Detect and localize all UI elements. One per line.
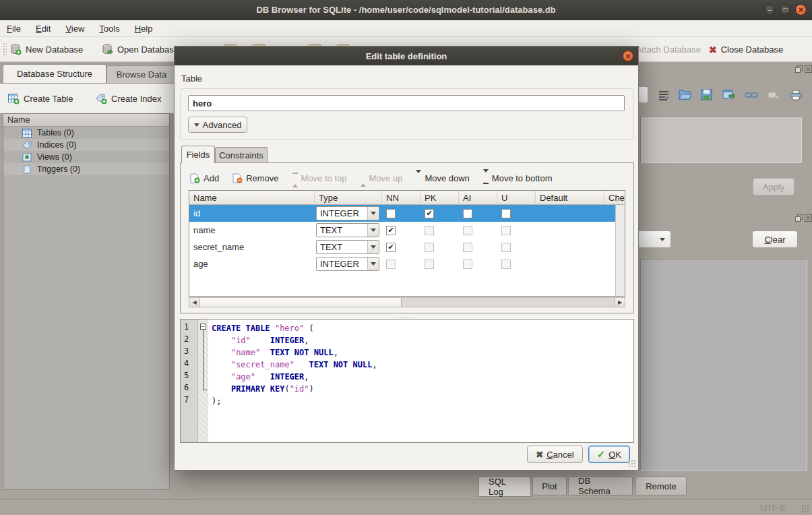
dock-float-icon[interactable] — [795, 214, 803, 222]
field-default[interactable] — [536, 205, 604, 222]
scroll-right-icon[interactable]: ▶ — [615, 298, 625, 307]
export-icon[interactable] — [720, 86, 737, 103]
open-file-icon[interactable] — [676, 86, 693, 103]
tree-item-tables[interactable]: Tables (0) — [3, 127, 169, 139]
ai-checkbox[interactable] — [463, 260, 472, 269]
bottom-tab-sql-log[interactable]: SQL Log — [478, 477, 531, 497]
ok-button[interactable]: ✓ OK — [588, 446, 630, 463]
maximize-button[interactable]: □ — [780, 4, 791, 16]
u-checkbox[interactable] — [501, 260, 511, 269]
horizontal-scrollbar[interactable]: ◀ ▶ — [189, 297, 625, 307]
resize-grip[interactable] — [801, 505, 809, 513]
tab-fields[interactable]: Fields — [181, 146, 215, 163]
fields-table[interactable]: NameTypeNNPKAIUDefaultCheck idINTEGER✔na… — [189, 190, 625, 297]
ai-checkbox[interactable] — [463, 209, 472, 218]
cell-editor-area[interactable] — [640, 116, 802, 163]
field-name[interactable]: secret_name — [189, 239, 315, 255]
tab-browse-data[interactable]: Browse Data — [106, 65, 177, 83]
pk-checkbox[interactable] — [425, 260, 434, 269]
column-header-default[interactable]: Default — [536, 191, 604, 205]
move-up-button[interactable]: Move up — [361, 173, 403, 183]
field-default[interactable] — [536, 239, 604, 255]
clear-log-button[interactable]: Clear — [752, 231, 798, 248]
close-database-button[interactable]: ✖ Close Database — [709, 40, 783, 59]
field-row-id[interactable]: idINTEGER✔ — [189, 205, 625, 222]
u-checkbox[interactable] — [501, 209, 511, 218]
add-button[interactable]: Add — [190, 173, 219, 183]
dialog-resize-grip[interactable] — [628, 460, 636, 468]
field-row-secret_name[interactable]: secret_nameTEXT✔ — [189, 239, 625, 255]
create-index-button[interactable]: Create Index — [96, 90, 161, 107]
nn-checkbox[interactable] — [386, 260, 396, 269]
nn-checkbox[interactable]: ✔ — [386, 243, 396, 252]
new-database-button[interactable]: New Database — [11, 40, 83, 59]
ai-checkbox[interactable] — [463, 243, 472, 252]
field-type-combo[interactable]: TEXT — [316, 240, 379, 254]
minimize-button[interactable]: – — [764, 4, 776, 16]
tree-item-triggers[interactable]: Triggers (0) — [3, 163, 169, 175]
column-header-u[interactable]: U — [497, 191, 536, 205]
bottom-tab-plot[interactable]: Plot — [532, 477, 567, 495]
menu-edit[interactable]: Edit — [36, 24, 51, 34]
dock-close-icon[interactable] — [805, 65, 812, 73]
column-header-type[interactable]: Type — [315, 191, 382, 205]
apply-button[interactable]: Apply — [753, 178, 794, 195]
column-header-pk[interactable]: PK — [420, 191, 459, 205]
u-checkbox[interactable] — [501, 226, 511, 235]
u-checkbox[interactable] — [501, 243, 511, 252]
schema-tree[interactable]: Name Tables (0)Indices (0)Views (0)Trigg… — [3, 113, 170, 490]
dialog-close-icon[interactable]: ✕ — [623, 51, 633, 61]
move-to-bottom-button[interactable]: Move to bottom — [483, 173, 553, 184]
move-down-button[interactable]: Move down — [416, 173, 469, 183]
print-icon[interactable] — [787, 86, 804, 103]
field-name[interactable]: id — [189, 205, 315, 222]
scrollbar-thumb[interactable] — [199, 298, 402, 307]
cell-mode-combo[interactable] — [639, 86, 648, 103]
advanced-button[interactable]: Advanced — [188, 117, 247, 133]
table-name-input[interactable]: hero — [188, 95, 625, 111]
tree-item-views[interactable]: Views (0) — [3, 151, 169, 163]
sql-log-area[interactable] — [640, 259, 807, 471]
field-row-age[interactable]: ageINTEGER — [189, 255, 625, 272]
scroll-left-icon[interactable]: ◀ — [189, 298, 199, 307]
remove-button[interactable]: Remove — [232, 173, 278, 183]
link-icon[interactable] — [743, 86, 759, 103]
pk-checkbox[interactable]: ✔ — [425, 209, 434, 218]
create-table-button[interactable]: Create Table — [8, 90, 73, 107]
menu-help[interactable]: Help — [135, 24, 153, 34]
field-default[interactable] — [536, 222, 604, 239]
field-name[interactable]: age — [189, 255, 315, 272]
tab-constraints[interactable]: Constraints — [215, 147, 268, 162]
nn-checkbox[interactable]: ✔ — [386, 226, 396, 235]
nn-checkbox[interactable] — [386, 209, 396, 218]
fold-marker[interactable]: − — [200, 324, 206, 330]
close-window-button[interactable]: ✕ — [795, 4, 807, 16]
menu-file[interactable]: File — [7, 24, 21, 34]
cancel-button[interactable]: ✖ Cancel — [527, 446, 582, 463]
sql-preview-editor[interactable]: 1234567 − CREATE TABLE "hero" ( "id" INT… — [180, 319, 634, 443]
field-type-combo[interactable]: INTEGER — [316, 206, 379, 220]
vertical-scrollbar[interactable] — [615, 205, 625, 296]
field-type-combo[interactable]: TEXT — [316, 223, 379, 237]
null-icon[interactable] — [765, 86, 782, 103]
dock-splitter-handle[interactable]: ...... — [640, 204, 658, 210]
column-header-nn[interactable]: NN — [382, 191, 420, 205]
pk-checkbox[interactable] — [425, 226, 434, 235]
field-name[interactable]: name — [189, 222, 315, 239]
field-type-combo[interactable]: INTEGER — [316, 257, 379, 271]
field-default[interactable] — [536, 255, 604, 272]
column-header-check[interactable]: Check — [604, 191, 625, 205]
dock-close-icon[interactable] — [805, 214, 812, 222]
toolbar-grip[interactable] — [3, 42, 7, 56]
format-icon[interactable] — [655, 86, 672, 103]
column-header-name[interactable]: Name — [189, 191, 315, 205]
tab-database-structure[interactable]: Database Structure — [3, 64, 106, 83]
save-file-icon[interactable] — [698, 86, 715, 103]
tree-item-indices[interactable]: Indices (0) — [3, 139, 169, 151]
field-row-name[interactable]: nameTEXT✔ — [189, 222, 625, 239]
dialog-splitter-handle[interactable]: ...... — [397, 312, 415, 319]
bottom-tab-remote[interactable]: Remote — [635, 477, 687, 495]
bottom-tab-db-schema[interactable]: DB Schema — [568, 477, 633, 495]
move-to-top-button[interactable]: Move to top — [292, 173, 347, 184]
pk-checkbox[interactable] — [425, 243, 434, 252]
